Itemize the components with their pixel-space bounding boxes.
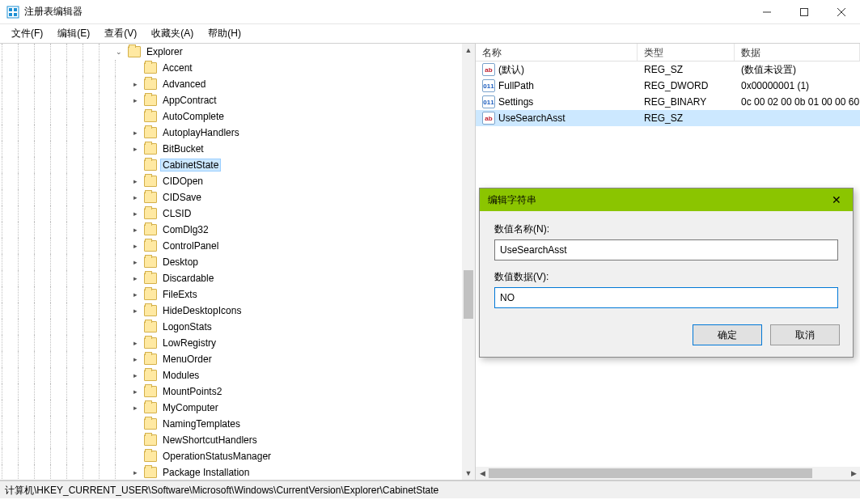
tree-item[interactable]: ▸Discardable <box>0 270 462 286</box>
tree-item-label: Modules <box>160 369 201 382</box>
list-row[interactable]: abUseSearchAsstREG_SZ <box>476 110 860 126</box>
value-type: REG_SZ <box>638 64 735 75</box>
tree-item[interactable]: AutoComplete <box>0 108 462 125</box>
collapse-icon[interactable]: ⌄ <box>113 46 125 57</box>
expand-icon[interactable]: ▸ <box>129 224 141 235</box>
folder-icon <box>144 451 157 462</box>
close-button[interactable] <box>823 0 860 24</box>
maximize-button[interactable] <box>786 0 823 24</box>
value-data-input[interactable] <box>494 287 838 308</box>
menu-favorites[interactable]: 收藏夹(A) <box>145 25 200 42</box>
tree-item[interactable]: NewShortcutHandlers <box>0 432 462 448</box>
binary-value-icon: 011 <box>482 79 495 92</box>
expand-icon[interactable]: ▸ <box>129 386 141 397</box>
menu-view[interactable]: 查看(V) <box>98 25 143 42</box>
minimize-button[interactable] <box>748 0 786 24</box>
tree-item[interactable]: ▸Desktop <box>0 254 462 270</box>
dialog-titlebar[interactable]: 编辑字符串 ✕ <box>480 188 853 211</box>
menu-file[interactable]: 文件(F) <box>5 25 49 42</box>
dialog-close-button[interactable]: ✕ <box>828 193 845 206</box>
tree-item[interactable]: ▸ControlPanel <box>0 238 462 254</box>
expand-icon[interactable]: ▸ <box>129 127 141 138</box>
tree-item[interactable]: ▸FileExts <box>0 286 462 303</box>
expand-icon[interactable]: ▸ <box>129 273 141 284</box>
tree-item[interactable]: Accent <box>0 60 462 76</box>
folder-icon <box>144 127 157 138</box>
folder-icon <box>144 256 157 268</box>
tree-item[interactable]: ⌄Explorer <box>0 44 462 60</box>
expand-icon[interactable]: ▸ <box>129 402 141 413</box>
expand-icon[interactable]: ▸ <box>129 354 141 365</box>
expand-icon[interactable]: ▸ <box>129 337 141 349</box>
scroll-down-icon[interactable]: ▼ <box>462 467 475 480</box>
tree-item[interactable]: ▸HideDesktopIcons <box>0 303 462 319</box>
folder-icon <box>144 111 157 122</box>
column-header-name[interactable]: 名称 <box>476 44 638 61</box>
ok-button[interactable]: 确定 <box>693 324 762 345</box>
folder-icon <box>144 434 157 446</box>
menu-edit[interactable]: 编辑(E) <box>51 25 96 42</box>
expand-icon[interactable]: ▸ <box>129 192 141 203</box>
tree-item[interactable]: LogonStats <box>0 319 462 335</box>
menu-help[interactable]: 帮助(H) <box>201 25 248 42</box>
expand-icon[interactable]: ▸ <box>129 305 141 316</box>
value-data: 0c 00 02 00 0b 01 00 00 60 <box>735 96 860 108</box>
tree-item[interactable]: ▸Modules <box>0 367 462 383</box>
cancel-button[interactable]: 取消 <box>770 324 840 345</box>
expand-icon[interactable]: ▸ <box>129 467 141 478</box>
tree-item[interactable]: ▸CIDOpen <box>0 173 462 189</box>
scroll-up-icon[interactable]: ▲ <box>462 44 475 57</box>
list-row[interactable]: ab(默认)REG_SZ(数值未设置) <box>476 61 860 78</box>
tree-item[interactable]: ▸MountPoints2 <box>0 383 462 400</box>
tree-item-label: ComDlg32 <box>160 223 211 236</box>
value-name-input[interactable] <box>494 239 838 260</box>
tree-item[interactable]: ▸Package Installation <box>0 464 462 480</box>
window-titlebar: 注册表编辑器 <box>0 0 860 24</box>
binary-value-icon: 011 <box>482 95 495 108</box>
tree-item-label: Accent <box>160 61 195 74</box>
expand-icon[interactable]: ▸ <box>129 289 141 300</box>
tree-item-label: Explorer <box>144 45 185 58</box>
expand-icon[interactable]: ▸ <box>129 208 141 219</box>
list-row[interactable]: 011FullPathREG_DWORD0x00000001 (1) <box>476 78 860 94</box>
expand-icon[interactable]: ▸ <box>129 370 141 381</box>
tree-item[interactable]: ▸BitBucket <box>0 141 462 157</box>
tree-item[interactable]: ▸LowRegistry <box>0 335 462 351</box>
column-header-data[interactable]: 数据 <box>735 44 860 61</box>
tree-item[interactable]: ▸CLSID <box>0 205 462 222</box>
tree-item[interactable]: ▸MenuOrder <box>0 351 462 367</box>
expand-icon[interactable]: ▸ <box>129 256 141 268</box>
expand-icon[interactable]: ▸ <box>129 95 141 106</box>
tree-item[interactable]: OperationStatusManager <box>0 448 462 464</box>
expand-icon[interactable]: ▸ <box>129 176 141 187</box>
tree-item-label: BitBucket <box>160 142 206 155</box>
tree-item[interactable]: ▸MyComputer <box>0 400 462 416</box>
tree-item[interactable]: ▸Advanced <box>0 76 462 92</box>
scroll-thumb[interactable] <box>464 270 473 319</box>
tree-item[interactable]: ▸AutoplayHandlers <box>0 125 462 141</box>
string-value-icon: ab <box>482 112 495 125</box>
tree-item[interactable]: ▸CIDSave <box>0 189 462 205</box>
tree-item[interactable]: CabinetState <box>0 157 462 173</box>
window-title: 注册表编辑器 <box>24 5 748 19</box>
scroll-left-icon[interactable]: ◀ <box>476 467 489 480</box>
folder-icon <box>144 78 157 90</box>
tree-item[interactable]: ▸AppContract <box>0 92 462 108</box>
dialog-title: 编辑字符串 <box>488 193 828 207</box>
scroll-right-icon[interactable]: ▶ <box>847 467 860 480</box>
scroll-thumb[interactable] <box>489 468 812 478</box>
tree-item-label: CIDOpen <box>160 175 205 188</box>
list-row[interactable]: 011SettingsREG_BINARY0c 00 02 00 0b 01 0… <box>476 94 860 110</box>
tree-item[interactable]: NamingTemplates <box>0 416 462 432</box>
expand-icon[interactable]: ▸ <box>129 78 141 90</box>
tree-pane: ⌄ExplorerAccent▸Advanced▸AppContractAuto… <box>0 44 476 480</box>
tree-vertical-scrollbar[interactable]: ▲ ▼ <box>462 44 475 480</box>
expand-icon[interactable]: ▸ <box>129 240 141 252</box>
list-horizontal-scrollbar[interactable]: ◀ ▶ <box>476 467 860 480</box>
folder-icon <box>144 402 157 413</box>
column-header-type[interactable]: 类型 <box>638 44 735 61</box>
tree-item[interactable]: ▸ComDlg32 <box>0 222 462 238</box>
value-name: (默认) <box>498 63 524 77</box>
expand-icon[interactable]: ▸ <box>129 143 141 155</box>
tree-item-label: CabinetState <box>160 159 221 172</box>
